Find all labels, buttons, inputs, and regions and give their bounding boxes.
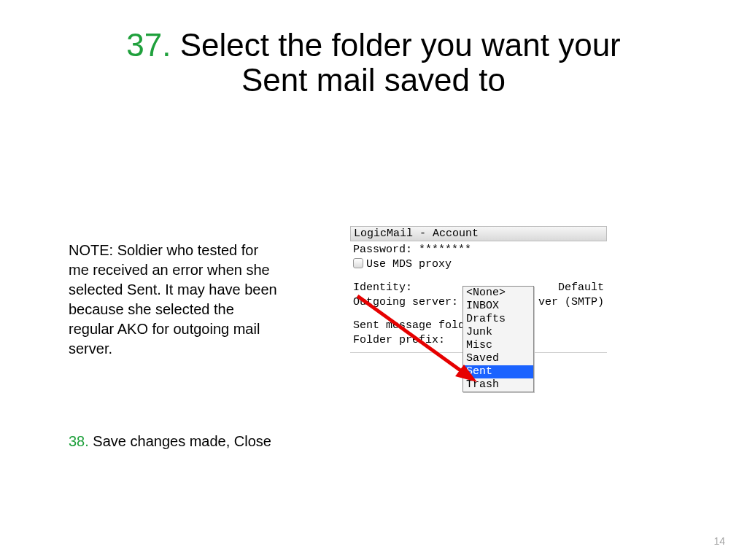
title-line1: Select the folder you want your bbox=[171, 27, 620, 63]
prefix-label: Folder prefix: bbox=[353, 334, 445, 346]
password-row: Password: ******** bbox=[353, 243, 604, 257]
password-value: ******** bbox=[419, 244, 471, 256]
step-38: 38. Save changes made, Close bbox=[69, 433, 271, 450]
dropdown-item-inbox[interactable]: INBOX bbox=[463, 300, 533, 313]
step-number: 37. bbox=[126, 27, 171, 63]
mds-label: Use MDS proxy bbox=[366, 258, 452, 271]
slide-title: 37. Select the folder you want your Sent… bbox=[0, 28, 747, 98]
dropdown-item-saved[interactable]: Saved bbox=[463, 352, 533, 365]
dropdown-item-none[interactable]: <None> bbox=[463, 287, 533, 300]
checkbox-icon[interactable] bbox=[353, 258, 363, 268]
step38-number: 38. bbox=[69, 433, 89, 449]
identity-value: Default bbox=[558, 281, 604, 295]
outgoing-value-right: ver (SMTP) bbox=[538, 295, 604, 310]
outgoing-label: Outgoing server: bbox=[353, 296, 458, 308]
dropdown-item-misc[interactable]: Misc bbox=[463, 339, 533, 352]
dropdown-item-junk[interactable]: Junk bbox=[463, 326, 533, 339]
note-text: NOTE: Soldier who tested for me received… bbox=[69, 241, 280, 359]
dropdown-item-drafts[interactable]: Drafts bbox=[463, 313, 533, 326]
device-titlebar: LogicMail - Account bbox=[350, 226, 607, 241]
title-line2: Sent mail saved to bbox=[241, 62, 506, 98]
folder-dropdown[interactable]: <None> INBOX Drafts Junk Misc Saved Sent… bbox=[462, 286, 534, 392]
page-number: 14 bbox=[713, 535, 725, 547]
dropdown-item-sent[interactable]: Sent bbox=[463, 365, 533, 378]
mds-row[interactable]: Use MDS proxy bbox=[353, 257, 604, 272]
identity-label: Identity: bbox=[353, 281, 412, 294]
step38-text: Save changes made, Close bbox=[89, 433, 271, 449]
password-label: Password: bbox=[353, 244, 412, 256]
dropdown-item-trash[interactable]: Trash bbox=[463, 378, 533, 392]
